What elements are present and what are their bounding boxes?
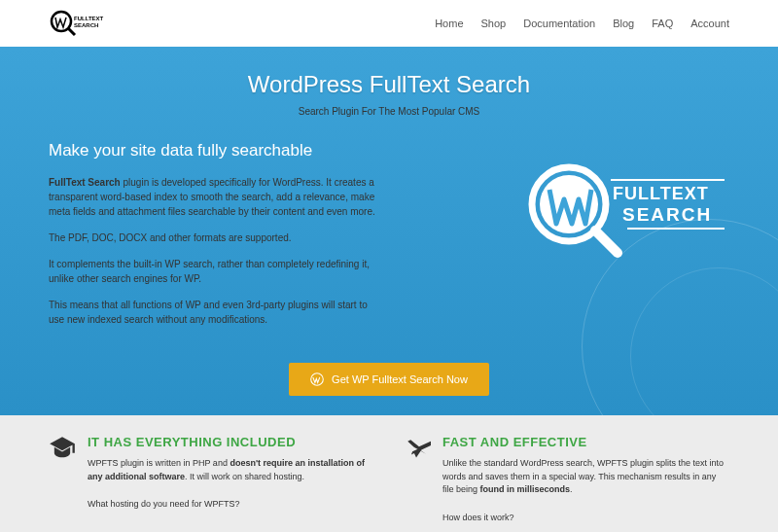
header: FULLTEXT SEARCH Home Shop Documentation … — [0, 0, 778, 47]
hero-subtitle: Search Plugin For The Most Popular CMS — [49, 106, 729, 117]
site-logo[interactable]: FULLTEXT SEARCH — [49, 8, 117, 39]
nav-documentation[interactable]: Documentation — [523, 18, 595, 29]
svg-text:SEARCH: SEARCH — [74, 22, 98, 28]
feature-title: FAST AND EFFECTIVE — [442, 435, 729, 449]
svg-text:SEARCH: SEARCH — [622, 204, 712, 225]
hero-para2: The PDF, DOC, DOCX and other formats are… — [49, 231, 379, 245]
feature-text: WPFTS plugin is written in PHP and doesn… — [88, 457, 374, 483]
hero-heading: Make your site data fully searchable — [49, 141, 486, 160]
logo-icon: FULLTEXT SEARCH — [49, 8, 117, 39]
features-section: IT HAS EVERYTHING INCLUDED WPFTS plugin … — [0, 415, 778, 532]
svg-text:FULLTEXT: FULLTEXT — [74, 16, 104, 21]
svg-line-1 — [68, 28, 75, 35]
svg-text:FULLTEXT: FULLTEXT — [613, 184, 709, 203]
feature-link-howitworks[interactable]: How does it work? — [442, 513, 514, 522]
graduation-cap-icon — [49, 435, 76, 524]
nav-blog[interactable]: Blog — [613, 18, 634, 29]
nav-home[interactable]: Home — [435, 18, 463, 29]
nav-account[interactable]: Account — [690, 18, 729, 29]
feature-text: Unlike the standard WordPress search, WP… — [442, 457, 729, 497]
feature-included: IT HAS EVERYTHING INCLUDED WPFTS plugin … — [49, 435, 374, 524]
cta-label: Get WP Fulltext Search Now — [332, 373, 468, 385]
hero-text: Make your site data fully searchable Ful… — [49, 141, 486, 338]
svg-line-6 — [595, 231, 618, 253]
plane-icon — [404, 435, 431, 524]
hero-para3: It complements the built-in WP search, r… — [49, 257, 379, 286]
nav-faq[interactable]: FAQ — [652, 18, 673, 29]
feature-link-hosting[interactable]: What hosting do you need for WPFTS? — [88, 499, 240, 509]
hero-para1: FullText Search plugin is developed spec… — [49, 175, 379, 219]
hero-title: WordPress FullText Search — [49, 71, 729, 98]
product-logo-icon: FULLTEXT SEARCH — [515, 151, 729, 267]
feature-fast: FAST AND EFFECTIVE Unlike the standard W… — [404, 435, 729, 524]
hero-section: WordPress FullText Search Search Plugin … — [0, 47, 778, 415]
nav-shop[interactable]: Shop — [481, 18, 507, 29]
wordpress-icon — [310, 372, 324, 386]
main-nav: Home Shop Documentation Blog FAQ Account — [435, 18, 729, 29]
hero-para4: This means that all functions of WP and … — [49, 298, 379, 327]
hero-product-logo: FULLTEXT SEARCH — [515, 141, 729, 338]
get-search-button[interactable]: Get WP Fulltext Search Now — [289, 363, 489, 396]
feature-title: IT HAS EVERYTHING INCLUDED — [88, 435, 374, 449]
